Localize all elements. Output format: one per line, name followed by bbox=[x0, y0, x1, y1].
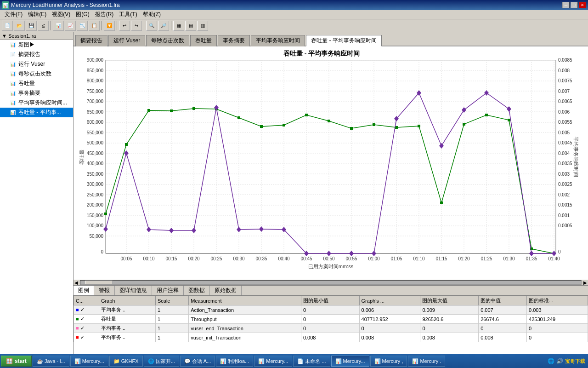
svg-text:0.008: 0.008 bbox=[558, 68, 570, 73]
menu-file[interactable]: 文件(F) bbox=[2, 10, 25, 19]
menu-tools[interactable]: 工具(T) bbox=[116, 10, 140, 19]
toolbar-open[interactable]: 📂 bbox=[14, 21, 25, 31]
tray-icon-volume: 🔊 bbox=[556, 358, 563, 364]
svg-text:0.0005: 0.0005 bbox=[558, 223, 572, 228]
svg-text:0.0065: 0.0065 bbox=[558, 99, 572, 104]
tray-icon-network: 🌐 bbox=[548, 358, 554, 364]
tab-combined[interactable]: 吞吐量 - 平均事务响应时间 bbox=[306, 35, 382, 46]
tree-item-txsummary[interactable]: 📊 事务摘要 bbox=[0, 88, 73, 98]
chart-svg: 吞吐量 - 平均事务响应时间 bbox=[78, 46, 583, 272]
bottom-tab-legend[interactable]: 图例 bbox=[74, 286, 94, 295]
taskbar-item-mercury5[interactable]: 📊 Mercury . bbox=[408, 356, 445, 367]
close-button[interactable]: ✕ bbox=[579, 2, 586, 8]
toolbar-graph1[interactable]: ▦ bbox=[173, 21, 184, 31]
bottom-tab-alerts[interactable]: 警报 bbox=[94, 286, 115, 295]
toolbar-graph2[interactable]: ▤ bbox=[185, 21, 196, 31]
svg-rect-105 bbox=[305, 114, 308, 116]
svg-rect-112 bbox=[463, 123, 465, 126]
toolbar-undo[interactable]: ↩ bbox=[119, 21, 130, 31]
tree-item-combined[interactable]: 📊 吞吐量 - 平均事... bbox=[0, 108, 73, 117]
taskbar-item-unnamed[interactable]: 📄 未命名 ... bbox=[293, 356, 330, 367]
scroll-left-btn[interactable]: ◀ bbox=[74, 280, 80, 285]
svg-rect-96 bbox=[104, 213, 107, 215]
scrollbar-thumb[interactable] bbox=[85, 281, 113, 284]
scroll-right-btn[interactable]: ▶ bbox=[582, 280, 587, 285]
bottom-tab-details[interactable]: 图详细信息 bbox=[115, 286, 152, 295]
tree-item-vuser[interactable]: 📊 运行 Vuser bbox=[0, 59, 73, 69]
toolbar-save[interactable]: 💾 bbox=[26, 21, 37, 31]
tree-item-throughput[interactable]: 📊 吞吐量 bbox=[0, 79, 73, 88]
taskbar-item-national[interactable]: 🌐 国家开... bbox=[144, 356, 179, 367]
y-axis-left-title: 吞吐量 bbox=[79, 150, 85, 165]
menu-view[interactable]: 视图(V) bbox=[49, 10, 73, 19]
row3-check[interactable]: ■ ✓ bbox=[74, 324, 99, 333]
row1-check[interactable]: ■ ✓ bbox=[74, 305, 99, 315]
row4-check[interactable]: ■ ✓ bbox=[74, 333, 99, 342]
svg-rect-103 bbox=[260, 125, 263, 128]
toolbar-print[interactable]: 🖨 bbox=[38, 21, 49, 31]
taskbar-item-mercury4[interactable]: 📊 Mercury , bbox=[370, 356, 407, 367]
row1-measurement: Action_Transaction bbox=[189, 305, 301, 315]
start-label: start bbox=[15, 358, 27, 364]
chart-bg bbox=[106, 60, 556, 253]
toolbar-chart3[interactable]: 📉 bbox=[77, 21, 88, 31]
row3-graph: 平均事务... bbox=[99, 324, 155, 333]
svg-text:01:15: 01:15 bbox=[435, 256, 447, 261]
toolbar-chart4[interactable]: 📋 bbox=[89, 21, 100, 31]
toolbar-redo[interactable]: ↪ bbox=[131, 21, 142, 31]
toolbar-chart1[interactable]: 📊 bbox=[53, 21, 64, 31]
start-button[interactable]: 🪟 start bbox=[1, 356, 32, 367]
tab-vuser[interactable]: 运行 Vuser bbox=[108, 35, 145, 46]
row2-max: 926520.6 bbox=[420, 315, 479, 324]
window-controls[interactable]: ─ □ ✕ bbox=[562, 2, 586, 8]
row1-graph: 平均事务... bbox=[99, 305, 155, 315]
row4-measurement: vuser_init_Transaction bbox=[189, 333, 301, 342]
taskbar-label-load: 利用loa... bbox=[228, 358, 249, 365]
tab-avgresponse[interactable]: 平均事务响应时间 bbox=[251, 35, 305, 46]
row2-check[interactable]: ■ ✓ bbox=[74, 315, 99, 324]
menu-edit[interactable]: 编辑(E) bbox=[25, 10, 49, 19]
tab-summary[interactable]: 摘要报告 bbox=[75, 35, 107, 46]
menu-report[interactable]: 报告(R) bbox=[92, 10, 117, 19]
row4-min: 0.008 bbox=[301, 333, 359, 342]
bottom-tab-data[interactable]: 图数据 bbox=[184, 286, 210, 295]
row4-graph: 平均事务... bbox=[99, 333, 155, 342]
toolbar-zoom2[interactable]: 🔎 bbox=[158, 21, 169, 31]
svg-rect-110 bbox=[418, 125, 420, 127]
menu-help[interactable]: 帮助(Z) bbox=[140, 10, 164, 19]
taskbar-item-java[interactable]: ☕ Java - l... bbox=[33, 356, 69, 367]
toolbar-new[interactable]: 📄 bbox=[2, 21, 13, 31]
tree-item-newgraph[interactable]: 📊 新图▶ bbox=[0, 40, 73, 50]
tree-item-avgresponse[interactable]: 📊 平均事务响应时间... bbox=[0, 98, 73, 108]
row4-max: 0.008 bbox=[420, 333, 479, 342]
taskbar-item-session[interactable]: 💬 会话 A... bbox=[180, 356, 215, 367]
taskbar-item-load[interactable]: 📊 利用loa... bbox=[216, 356, 253, 367]
tab-throughput[interactable]: 吞吐量 bbox=[190, 35, 217, 46]
horizontal-scrollbar[interactable] bbox=[80, 280, 582, 285]
tab-hits[interactable]: 每秒点击次数 bbox=[146, 35, 189, 46]
table-row: ■ ✓ 吞吐量 1 Throughput 0 407712.952 926520… bbox=[74, 315, 588, 324]
toolbar-filter[interactable]: 🔽 bbox=[104, 21, 115, 31]
taskbar: 🪟 start ☕ Java - l... 📊 Mercury... 📁 GKH… bbox=[0, 354, 588, 368]
bottom-tab-notes[interactable]: 用户注释 bbox=[152, 286, 184, 295]
toolbar-graph3[interactable]: ▥ bbox=[197, 21, 208, 31]
taskbar-item-mercury3[interactable]: 📊 Mercury... bbox=[331, 356, 369, 367]
table-row: ■ ✓ 平均事务... 1 vuser_end_Transaction 0 0 … bbox=[74, 324, 588, 333]
tree-item-summary[interactable]: 📄 摘要报告 bbox=[0, 50, 73, 59]
svg-text:00:35: 00:35 bbox=[255, 256, 267, 261]
taskbar-item-mercury1[interactable]: 📊 Mercury... bbox=[70, 356, 108, 367]
tree-item-hits[interactable]: 📊 每秒点击次数 bbox=[0, 69, 73, 79]
minimize-button[interactable]: ─ bbox=[562, 2, 570, 8]
y-labels-left: 900,000 850,000 800,000 750,000 700,000 … bbox=[87, 58, 104, 254]
bottom-tab-raw[interactable]: 原始数据 bbox=[210, 286, 242, 295]
tree-root-title[interactable]: Session1.lra bbox=[8, 33, 36, 39]
taskbar-item-gkhfx[interactable]: 📁 GKHFX bbox=[109, 356, 143, 367]
menu-graph[interactable]: 图(G) bbox=[73, 10, 92, 19]
maximize-button[interactable]: □ bbox=[571, 2, 578, 8]
svg-text:0.0025: 0.0025 bbox=[558, 182, 572, 187]
toolbar-zoom1[interactable]: 🔍 bbox=[146, 21, 157, 31]
tab-txsummary[interactable]: 事务摘要 bbox=[218, 35, 250, 46]
svg-text:800,000: 800,000 bbox=[87, 78, 104, 83]
taskbar-item-mercury2[interactable]: 📊 Mercury... bbox=[254, 356, 292, 367]
toolbar-chart2[interactable]: 📈 bbox=[65, 21, 76, 31]
